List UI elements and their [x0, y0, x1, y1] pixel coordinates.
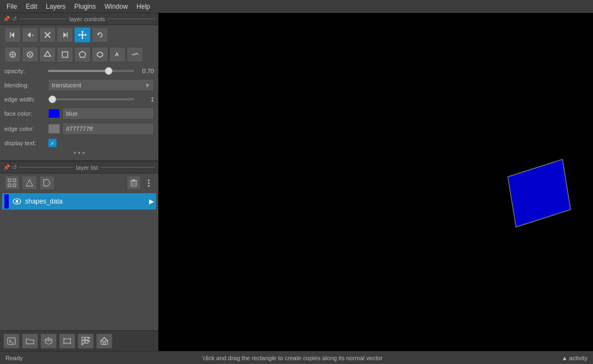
dot-1 — [74, 152, 76, 154]
menu-dot-2 — [148, 182, 150, 184]
tool-f-btn[interactable] — [92, 47, 108, 62]
layer-controls-header: 📌 ↺ layer controls — [0, 13, 158, 25]
opacity-value: 0.70 — [138, 68, 154, 74]
svg-line-41 — [49, 339, 52, 341]
display-text-label: display text: — [4, 140, 48, 146]
face-color-row: face color: blue — [0, 106, 158, 121]
rotate-btn[interactable] — [92, 27, 108, 43]
opacity-slider-thumb[interactable] — [105, 67, 112, 75]
svg-rect-50 — [82, 341, 85, 343]
tool-h-btn[interactable] — [127, 47, 143, 62]
select-back-btn[interactable] — [4, 27, 21, 43]
edge-width-slider-thumb[interactable] — [49, 96, 56, 103]
svg-text:+: + — [31, 33, 34, 38]
edge-width-control: 1 — [48, 96, 154, 103]
status-activity[interactable]: ▲ activity — [561, 355, 588, 361]
blending-dropdown[interactable]: translucent ▼ — [48, 79, 154, 91]
select-front-btn[interactable] — [57, 27, 73, 43]
layer-list-header: 📌 ↺ layer list — [0, 162, 158, 174]
svg-line-42 — [45, 339, 49, 341]
pin-icon-2: 📌 — [3, 164, 10, 170]
svg-rect-49 — [85, 337, 88, 340]
menu-window[interactable]: Window — [100, 2, 132, 11]
edge-width-value: 1 — [138, 96, 154, 103]
layer-item-shapes-data[interactable]: shapes_data ▶ — [2, 193, 156, 210]
dots-separator — [0, 150, 158, 156]
svg-rect-28 — [13, 184, 16, 187]
blending-label: blending: — [4, 82, 48, 88]
menu-plugins[interactable]: Plugins — [70, 2, 100, 11]
display-text-checkbox[interactable]: ✓ — [48, 139, 57, 147]
select-add-btn[interactable]: + — [22, 27, 38, 43]
grid-btn[interactable] — [78, 333, 94, 349]
delete-layer-btn[interactable] — [127, 176, 141, 190]
folder-btn[interactable] — [22, 333, 38, 349]
dot-3 — [82, 152, 85, 154]
layer-menu-btn[interactable] — [143, 176, 154, 190]
toolbar-row-1: + — [0, 25, 158, 45]
menu-layers[interactable]: Layers — [41, 2, 70, 11]
edge-color-value[interactable]: #777777ff — [62, 123, 154, 135]
label-tool-btn[interactable] — [39, 176, 55, 190]
canvas-shape-polygon[interactable] — [508, 159, 571, 227]
svg-rect-43 — [64, 339, 70, 343]
rect-btn[interactable] — [59, 333, 75, 349]
svg-rect-22 — [62, 52, 68, 57]
status-ready: Ready — [5, 355, 23, 361]
layer-arrow-icon: ▶ — [149, 198, 154, 205]
tool-e-btn[interactable] — [74, 47, 91, 62]
layer-color-bar — [4, 194, 9, 208]
menu-help[interactable]: Help — [132, 2, 155, 11]
terminal-btn[interactable] — [3, 333, 20, 349]
tool-d-btn[interactable] — [57, 47, 73, 62]
home-btn[interactable] — [96, 333, 112, 349]
refresh-icon-2: ↺ — [12, 164, 17, 171]
opacity-slider-fill — [48, 70, 109, 72]
face-color-label: face color: — [4, 110, 48, 117]
bottom-toolbar — [0, 330, 158, 351]
layer-list-section: 📌 ↺ layer list — [0, 162, 158, 330]
opacity-label: opacity: — [4, 68, 48, 74]
status-hint: 'click and drag the rectangle to create … — [202, 355, 383, 361]
opacity-row: opacity: 0.70 — [0, 64, 158, 77]
opacity-slider-track[interactable] — [48, 70, 134, 72]
edge-color-swatch[interactable] — [48, 124, 60, 134]
select-layer-btn[interactable] — [22, 176, 37, 190]
svg-marker-23 — [79, 51, 86, 57]
layer-name-label: shapes_data — [25, 198, 147, 205]
menu-file[interactable]: File — [2, 2, 21, 11]
layer-list-toolbar — [0, 174, 158, 192]
canvas-svg — [158, 13, 593, 351]
svg-rect-25 — [8, 179, 11, 182]
blending-control: translucent ▼ — [48, 79, 154, 91]
select-points-btn[interactable] — [4, 176, 20, 190]
edge-color-control: #777777ff — [48, 123, 154, 135]
remove-btn[interactable] — [39, 27, 56, 43]
svg-marker-12 — [78, 34, 80, 36]
layer-visibility-btn[interactable] — [11, 195, 23, 207]
svg-rect-27 — [8, 184, 11, 187]
blending-row: blending: translucent ▼ — [0, 77, 158, 93]
svg-rect-30 — [131, 181, 137, 186]
dot-2 — [78, 152, 80, 154]
edge-color-row: edge color: #777777ff — [0, 121, 158, 136]
tool-b-btn[interactable] — [22, 47, 38, 62]
box-3d-btn[interactable] — [40, 333, 57, 349]
face-color-value[interactable]: blue — [62, 108, 154, 120]
tool-c-btn[interactable] — [39, 47, 56, 62]
svg-rect-32 — [133, 180, 135, 181]
svg-marker-6 — [63, 32, 67, 38]
face-color-swatch[interactable] — [48, 109, 60, 118]
svg-marker-2 — [27, 32, 31, 38]
edge-width-slider-track[interactable] — [48, 98, 134, 100]
svg-rect-57 — [103, 342, 105, 344]
canvas-area[interactable] — [158, 13, 593, 351]
tool-a-btn[interactable] — [4, 47, 21, 62]
svg-marker-11 — [81, 38, 84, 39]
tool-g-btn[interactable] — [109, 47, 126, 62]
move-btn[interactable] — [74, 27, 91, 43]
menu-dot-3 — [148, 185, 150, 187]
header-line-right — [107, 19, 155, 19]
menu-edit[interactable]: Edit — [21, 2, 41, 11]
statusbar: Ready 'click and drag the rectangle to c… — [0, 351, 593, 364]
